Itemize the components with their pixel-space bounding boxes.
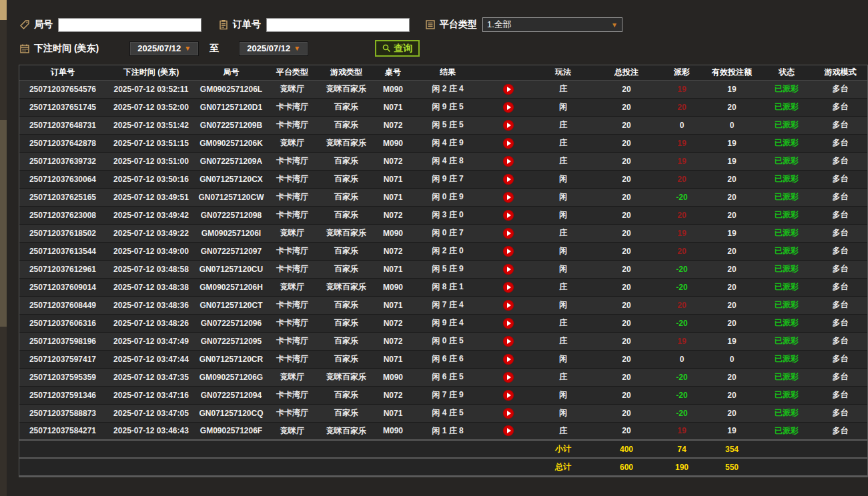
header-play-type: 玩法 — [533, 65, 593, 80]
play-video-icon[interactable] — [503, 228, 514, 239]
play-triangle — [507, 393, 511, 398]
table-row: 2507120376084492025-07-12 03:48:36GN0712… — [19, 296, 867, 314]
table-row: 2507120375842712025-07-12 03:46:43GM0902… — [19, 422, 867, 440]
cell-status: 已派彩 — [760, 206, 813, 224]
play-triangle — [507, 375, 511, 380]
cell-game-mode: 多台 — [813, 80, 867, 98]
play-triangle — [507, 285, 511, 290]
cell-round-id: GN071257120D1 — [196, 98, 266, 116]
cell-play-type: 闲 — [533, 188, 593, 206]
date-to-picker[interactable]: 2025/07/12 ▼ — [239, 41, 308, 56]
cell-result: 闲 5 庄 9 — [412, 260, 484, 278]
play-video-icon[interactable] — [503, 425, 514, 436]
left-edge-scrollbar[interactable] — [0, 120, 7, 327]
play-video-icon[interactable] — [503, 192, 514, 203]
play-video-icon[interactable] — [503, 120, 514, 131]
play-video-icon[interactable] — [503, 264, 514, 275]
order-id-input[interactable] — [266, 18, 410, 32]
cell-game-type: 百家乐 — [318, 332, 374, 350]
cell-payout: -20 — [660, 314, 704, 332]
play-video-icon[interactable] — [503, 210, 514, 221]
cell-game-type: 百家乐 — [318, 170, 374, 188]
date-from-picker[interactable]: 2025/07/12 ▼ — [129, 41, 199, 56]
cell-platform: 竞咪厅 — [266, 278, 318, 296]
cell-order-id: 250712037613544 — [19, 242, 106, 260]
cell-round-id: GN07225712097 — [196, 242, 266, 260]
cell-table-no: N072 — [374, 116, 412, 134]
cell-order-id: 250712037625165 — [19, 188, 106, 206]
play-video-icon[interactable] — [503, 156, 514, 167]
cell-bet-time: 2025-07-12 03:47:35 — [106, 368, 196, 386]
cell-round-id: GM0902571206L — [196, 80, 266, 98]
play-video-icon[interactable] — [503, 102, 514, 113]
play-video-icon[interactable] — [503, 354, 514, 365]
play-video-icon[interactable] — [503, 372, 514, 383]
cell-status: 已派彩 — [760, 404, 813, 422]
cell-bet-time: 2025-07-12 03:47:49 — [106, 332, 196, 350]
cell-status: 已派彩 — [760, 242, 813, 260]
cell-order-id: 250712037608449 — [19, 296, 106, 314]
cell-game-mode: 多台 — [813, 332, 867, 350]
cell-valid-bet: 20 — [704, 278, 760, 296]
total-row: 总计 600 190 550 — [19, 458, 867, 476]
header-bet-time: 下注时间 (美东) — [106, 65, 196, 80]
play-triangle — [507, 231, 511, 236]
play-video-icon[interactable] — [503, 84, 514, 95]
cell-valid-bet: 20 — [704, 170, 760, 188]
search-icon — [382, 44, 391, 53]
cell-bet-time: 2025-07-12 03:47:44 — [106, 350, 196, 368]
play-video-icon[interactable] — [503, 318, 514, 329]
cell-platform: 卡卡湾厅 — [266, 98, 318, 116]
left-edge-accent — [0, 0, 7, 20]
cell-game-type: 竞咪百家乐 — [318, 80, 374, 98]
play-video-icon[interactable] — [503, 138, 514, 149]
cell-status: 已派彩 — [760, 350, 813, 368]
play-triangle — [507, 195, 511, 200]
cell-result: 闲 6 庄 5 — [412, 368, 484, 386]
cell-game-mode: 多台 — [813, 98, 867, 116]
cell-status: 已派彩 — [760, 116, 813, 134]
cell-game-type: 百家乐 — [318, 116, 374, 134]
cell-bet-time: 2025-07-12 03:47:16 — [106, 386, 196, 404]
table-header-row: 订单号 下注时间 (美东) 局号 平台类型 游戏类型 桌号 结果 玩法 总投注 … — [19, 65, 867, 80]
cell-table-no: M090 — [374, 278, 412, 296]
round-id-input[interactable] — [58, 18, 201, 32]
cell-video — [484, 134, 533, 152]
cell-game-mode: 多台 — [813, 206, 867, 224]
cell-result: 闲 6 庄 6 — [412, 350, 484, 368]
cell-game-type: 百家乐 — [318, 386, 374, 404]
cell-total-bet: 20 — [593, 278, 660, 296]
cell-game-type: 百家乐 — [318, 404, 374, 422]
cell-table-no: N071 — [374, 350, 412, 368]
cell-game-mode: 多台 — [813, 242, 867, 260]
cell-total-bet: 20 — [593, 224, 660, 242]
play-triangle — [507, 339, 511, 344]
cell-order-id: 250712037591346 — [19, 386, 106, 404]
play-video-icon[interactable] — [503, 174, 514, 185]
query-button[interactable]: 查询 — [375, 40, 420, 57]
cell-order-id: 250712037584271 — [19, 422, 106, 440]
cell-order-id: 250712037630064 — [19, 170, 106, 188]
table-row: 2507120376090142025-07-12 03:48:38GM0902… — [19, 278, 867, 296]
cell-order-id: 250712037595359 — [19, 368, 106, 386]
cell-valid-bet: 20 — [704, 98, 760, 116]
cell-total-bet: 20 — [593, 98, 660, 116]
cell-order-id: 250712037648731 — [19, 116, 106, 134]
cell-game-mode: 多台 — [813, 224, 867, 242]
platform-type-select[interactable]: 1.全部 ▼ — [482, 17, 622, 32]
cell-table-no: N071 — [374, 296, 412, 314]
table-row: 2507120375888732025-07-12 03:47:05GN0712… — [19, 404, 867, 422]
play-video-icon[interactable] — [503, 246, 514, 257]
play-video-icon[interactable] — [503, 300, 514, 311]
cell-play-type: 闲 — [533, 206, 593, 224]
cell-bet-time: 2025-07-12 03:49:42 — [106, 206, 196, 224]
play-triangle — [507, 87, 511, 92]
cell-total-bet: 20 — [593, 134, 660, 152]
play-video-icon[interactable] — [503, 282, 514, 293]
total-valid-bet: 550 — [704, 458, 760, 476]
table-row: 2507120376517452025-07-12 03:52:00GN0712… — [19, 98, 867, 116]
play-video-icon[interactable] — [503, 336, 514, 347]
play-video-icon[interactable] — [503, 390, 514, 401]
play-video-icon[interactable] — [503, 408, 514, 419]
cell-video — [484, 206, 533, 224]
